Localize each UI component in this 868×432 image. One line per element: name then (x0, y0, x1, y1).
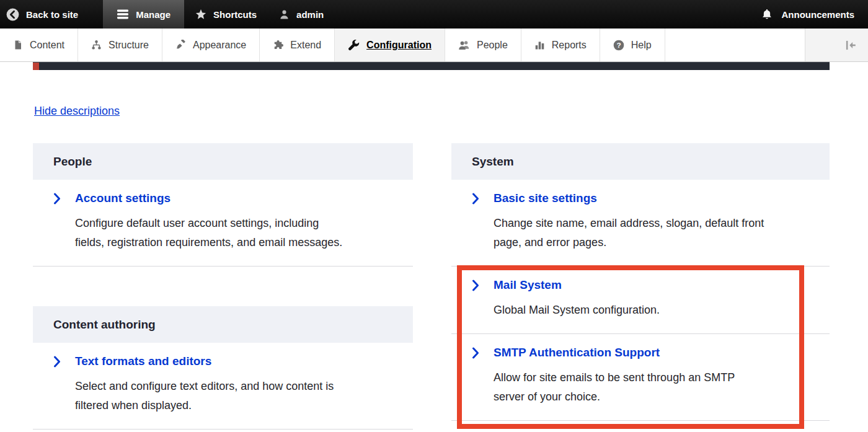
collapsed-header-bar (33, 62, 830, 70)
menu-item-appearance[interactable]: Appearance (162, 29, 260, 61)
puzzle-piece-icon (273, 40, 283, 50)
config-link-label[interactable]: Account settings (75, 192, 170, 205)
chevron-right-icon (53, 356, 61, 368)
config-item-description: Allow for site emails to be sent through… (472, 368, 815, 407)
config-link-label[interactable]: Mail System (494, 278, 562, 292)
menu-item-help[interactable]: ? Help (600, 29, 665, 61)
basic-site-settings-link[interactable]: Basic site settings (472, 191, 815, 206)
menu-item-label: Extend (290, 40, 321, 51)
menu-item-structure[interactable]: Structure (78, 29, 162, 61)
smtp-authentication-support-link[interactable]: SMTP Authentication Support (472, 345, 815, 360)
menu-item-label: Configuration (366, 40, 432, 51)
account-settings-link[interactable]: Account settings (53, 191, 398, 206)
paintbrush-icon (175, 40, 186, 50)
config-item-description: Change site name, email address, slogan,… (472, 214, 815, 252)
back-to-site-button[interactable]: Back to site (0, 0, 89, 29)
config-item-smtp-authentication-support: SMTP Authentication Support Allow for si… (451, 334, 830, 421)
document-icon (13, 40, 23, 50)
config-item-basic-site-settings: Basic site settings Change site name, em… (451, 180, 830, 267)
screen: Back to site Manage Shortcuts admin (0, 0, 868, 432)
arrow-to-left-bar-icon (844, 39, 857, 51)
announcements-button[interactable]: Announcements (750, 0, 868, 29)
bar-chart-icon (534, 40, 545, 50)
category-title-system: System (451, 143, 830, 180)
back-to-site-label: Back to site (26, 9, 78, 20)
wrench-icon (348, 39, 360, 51)
menu-item-configuration[interactable]: Configuration (335, 29, 445, 61)
admin-menu-bar: Content Structure Appearance Extend (0, 29, 868, 62)
config-item-description: Global Mail System configuration. (472, 301, 815, 320)
config-link-label[interactable]: SMTP Authentication Support (494, 346, 660, 359)
manage-label: Manage (136, 9, 170, 20)
bell-icon (761, 9, 773, 20)
menu-item-label: Help (631, 40, 652, 51)
top-toolbar: Back to site Manage Shortcuts admin (0, 0, 868, 29)
collapsed-header-bar-cap (33, 63, 39, 70)
sitemap-icon (91, 40, 102, 50)
chevron-right-icon (472, 280, 479, 291)
hamburger-icon (117, 9, 129, 19)
star-icon (195, 9, 206, 20)
mail-system-link[interactable]: Mail System (472, 278, 815, 293)
shortcuts-label: Shortcuts (213, 9, 257, 20)
back-icon (6, 8, 19, 21)
admin-user-button[interactable]: admin (268, 0, 335, 29)
menu-item-label: Reports (552, 40, 587, 51)
collapse-toolbar-button[interactable] (805, 29, 868, 61)
manage-tab[interactable]: Manage (103, 0, 184, 29)
chevron-right-icon (472, 193, 479, 205)
two-people-icon (458, 40, 470, 50)
menu-item-label: Content (30, 40, 64, 51)
shortcuts-button[interactable]: Shortcuts (184, 0, 268, 29)
menu-item-content[interactable]: Content (0, 29, 78, 61)
svg-text:?: ? (616, 41, 621, 50)
category-title-people: People (33, 143, 413, 180)
category-title-content-authoring: Content authoring (33, 306, 413, 343)
config-item-description: Select and configure text editors, and h… (53, 377, 398, 415)
config-item-account-settings: Account settings Configure default user … (33, 180, 413, 267)
config-item-text-formats: Text formats and editors Select and conf… (33, 343, 413, 430)
admin-user-label: admin (296, 9, 324, 20)
toolbar-spacer (335, 0, 750, 29)
announcements-label: Announcements (781, 9, 854, 20)
menu-item-extend[interactable]: Extend (260, 29, 335, 61)
category-panel-people: People Account settings Configure defaul… (33, 143, 413, 267)
config-item-mail-system: Mail System Global Mail System configura… (451, 267, 830, 334)
category-panel-system: System Basic site settings Change site n… (451, 143, 830, 421)
config-link-label[interactable]: Text formats and editors (75, 355, 211, 368)
category-panel-content-authoring: Content authoring Text formats and edito… (33, 306, 413, 430)
question-circle-icon: ? (613, 40, 624, 51)
chevron-right-icon (53, 193, 61, 205)
menu-item-label: People (477, 40, 508, 51)
person-icon (279, 9, 290, 20)
menu-item-label: Appearance (193, 40, 246, 51)
chevron-right-icon (472, 347, 479, 359)
hide-descriptions-link[interactable]: Hide descriptions (34, 105, 120, 118)
menu-item-label: Structure (108, 40, 149, 51)
menu-item-reports[interactable]: Reports (521, 29, 600, 61)
config-link-label[interactable]: Basic site settings (494, 192, 597, 205)
config-item-description: Configure default user account settings,… (53, 214, 398, 252)
menu-item-people[interactable]: People (445, 29, 521, 61)
text-formats-link[interactable]: Text formats and editors (53, 354, 398, 369)
